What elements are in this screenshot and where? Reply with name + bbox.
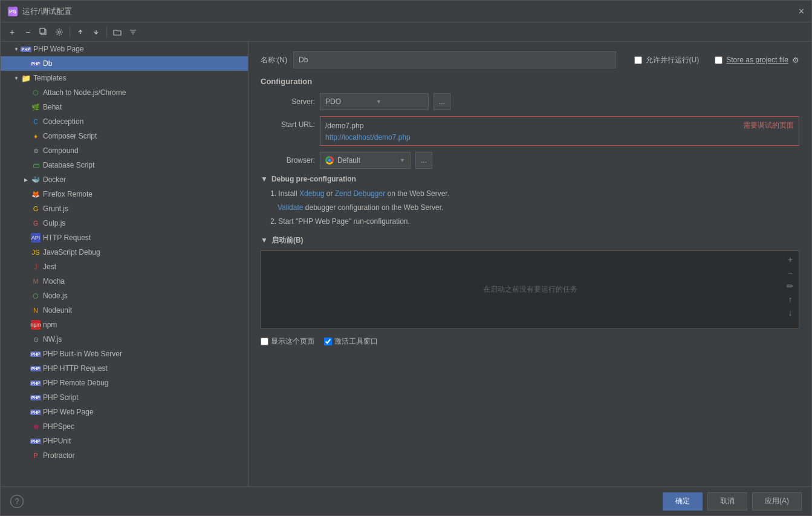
phpspec-icon: ⊛	[31, 422, 41, 431]
compound-label: Compound	[43, 146, 79, 155]
composer-script-label: Composer Script	[43, 132, 97, 140]
help-button[interactable]: ?	[10, 495, 24, 508]
before-launch-move-down-button[interactable]: ↓	[784, 307, 796, 319]
config-section-title: Configuration	[261, 77, 799, 86]
chrome-browser-icon	[325, 156, 334, 165]
before-launch-move-up-button[interactable]: ↑	[784, 293, 796, 305]
list-item[interactable]: ▶ API HTTP Request	[1, 230, 248, 245]
before-launch-section: ▼ 启动前(B) 在启动之前没有要运行的任务 + − ✏ ↑ ↓	[261, 235, 799, 329]
php-remote-icon: PHP	[31, 378, 41, 388]
before-launch-add-button[interactable]: +	[784, 253, 796, 266]
before-launch-header[interactable]: ▼ 启动前(B)	[261, 235, 799, 246]
bottom-checkboxes: 显示这个页面 激活工具窗口	[261, 336, 799, 347]
attach-nodejs-label: Attach to Node.js/Chrome	[43, 88, 126, 97]
list-item[interactable]: ▶ ⊛ PHPSpec	[1, 419, 248, 434]
list-item[interactable]: ▶ npm npm	[1, 318, 248, 332]
zend-debugger-link[interactable]: Zend Debugger	[335, 189, 385, 198]
list-item[interactable]: ▶ ⊕ Compound	[1, 143, 248, 158]
list-item[interactable]: ▶ PHP PHP Remote Debug	[1, 376, 248, 390]
list-item[interactable]: ▶ ⬡ Attach to Node.js/Chrome	[1, 85, 248, 100]
db-item-icon: PHP	[31, 59, 41, 68]
list-item[interactable]: ▶ PHP PHP HTTP Request	[1, 361, 248, 376]
list-item[interactable]: ▶ PHP PHP Web Page	[1, 405, 248, 419]
add-button[interactable]: +	[5, 25, 19, 39]
php-web-page-template-label: PHP Web Page	[43, 408, 94, 416]
php-builtin-label: PHP Built-in Web Server	[43, 350, 122, 358]
browser-row: Browser: Default ▼ ...	[261, 152, 799, 169]
debug-line-1: 1. Install Xdebug or Zend Debugger on th…	[270, 188, 799, 200]
list-item[interactable]: ▶ ♦ Composer Script	[1, 129, 248, 143]
show-page-checkbox[interactable]	[261, 338, 268, 345]
list-item[interactable]: ▶ P Protractor	[1, 448, 248, 463]
list-item[interactable]: ▶ PHP PHP Built-in Web Server	[1, 347, 248, 361]
store-project-settings-button[interactable]: ⚙	[792, 56, 799, 65]
move-down-button[interactable]	[89, 25, 103, 39]
svg-rect-1	[40, 28, 45, 33]
footer-left: ?	[10, 495, 24, 508]
attach-nodejs-icon: ⬡	[31, 88, 41, 97]
list-item[interactable]: ▶ C Codeception	[1, 114, 248, 129]
list-item[interactable]: ▶ 🗃 Database Script	[1, 158, 248, 172]
ok-button[interactable]: 确定	[663, 492, 703, 511]
allow-parallel-checkbox[interactable]	[634, 56, 642, 64]
list-item[interactable]: ▶ PHP PHPUnit	[1, 434, 248, 448]
right-panel: 名称:(N) 允许并行运行(U) Store as project file ⚙…	[248, 42, 811, 486]
phpunit-label: PHPUnit	[43, 437, 71, 445]
list-item[interactable]: ▶ 🦊 Firefox Remote	[1, 187, 248, 201]
before-launch-edit-button[interactable]: ✏	[784, 280, 796, 292]
database-script-icon: 🗃	[31, 160, 41, 170]
debug-preconfiguration-section: ▼ Debug pre-configuration 1. Install Xde…	[261, 175, 799, 228]
list-item[interactable]: ▶ G Gulp.js	[1, 216, 248, 230]
validate-link[interactable]: Validate	[278, 203, 303, 212]
apply-button[interactable]: 应用(A)	[752, 492, 802, 511]
browser-select[interactable]: Default ▼	[320, 152, 411, 169]
php-remote-debug-label: PHP Remote Debug	[43, 379, 109, 387]
db-config-item[interactable]: ▶ PHP Db	[1, 56, 248, 71]
remove-button[interactable]: −	[21, 25, 34, 39]
sort-button[interactable]	[126, 25, 140, 39]
php-http-icon: PHP	[31, 364, 41, 373]
behat-icon: 🌿	[31, 102, 41, 112]
xdebug-link[interactable]: Xdebug	[299, 189, 324, 198]
server-select[interactable]: PDO ▼	[320, 93, 429, 110]
codeception-icon: C	[31, 117, 41, 126]
start-url-input[interactable]	[325, 122, 738, 130]
browser-select-value: Default	[337, 156, 360, 165]
server-ellipsis-button[interactable]: ...	[434, 93, 450, 110]
list-item[interactable]: ▶ G Grunt.js	[1, 201, 248, 216]
cancel-button[interactable]: 取消	[707, 492, 747, 511]
settings-button[interactable]	[53, 25, 66, 39]
mocha-label: Mocha	[43, 277, 65, 286]
debug-line-3: 2. Start "PHP Web Page" run-configuratio…	[270, 216, 799, 227]
browser-ellipsis-button[interactable]: ...	[415, 152, 432, 169]
close-button[interactable]: ×	[799, 7, 804, 16]
move-up-button[interactable]	[74, 25, 87, 39]
php-web-page-template-icon: PHP	[31, 407, 41, 417]
list-item[interactable]: ▶ 🐳 Docker	[1, 172, 248, 187]
before-launch-remove-button[interactable]: −	[784, 267, 796, 279]
templates-section[interactable]: ▼ 📁 Templates	[1, 71, 248, 85]
list-item[interactable]: ▶ JS JavaScript Debug	[1, 245, 248, 260]
list-item[interactable]: ▶ M Mocha	[1, 274, 248, 289]
main-content: ▼ PHP PHP Web Page ▶ PHP Db ▼ 📁 Template…	[1, 42, 811, 486]
start-url-link[interactable]: http://localhost/demo7.php	[325, 133, 411, 142]
activate-tool-checkbox[interactable]	[324, 338, 332, 345]
list-item[interactable]: ▶ ⬡ Node.js	[1, 289, 248, 303]
server-row: Server: PDO ▼ ...	[261, 93, 799, 110]
folder-button[interactable]	[111, 25, 124, 39]
js-debug-icon: JS	[31, 247, 41, 257]
list-item[interactable]: ▶ 🌿 Behat	[1, 100, 248, 114]
list-item[interactable]: ▶ ⊙ NW.js	[1, 332, 248, 347]
list-item[interactable]: ▶ N Nodeunit	[1, 303, 248, 318]
copy-button[interactable]	[37, 25, 50, 39]
php-script-label: PHP Script	[43, 393, 78, 402]
debug-section-header[interactable]: ▼ Debug pre-configuration	[261, 175, 799, 183]
config-name-input[interactable]	[293, 51, 616, 68]
list-item[interactable]: ▶ PHP PHP Script	[1, 390, 248, 405]
store-project-checkbox[interactable]	[715, 56, 723, 64]
browser-label: Browser:	[261, 156, 315, 165]
php-web-page-group[interactable]: ▼ PHP PHP Web Page	[1, 42, 248, 56]
list-item[interactable]: ▶ J Jest	[1, 260, 248, 274]
before-launch-area: 在启动之前没有要运行的任务 + − ✏ ↑ ↓	[261, 250, 799, 329]
browser-select-wrapper: Default ▼	[320, 152, 411, 169]
